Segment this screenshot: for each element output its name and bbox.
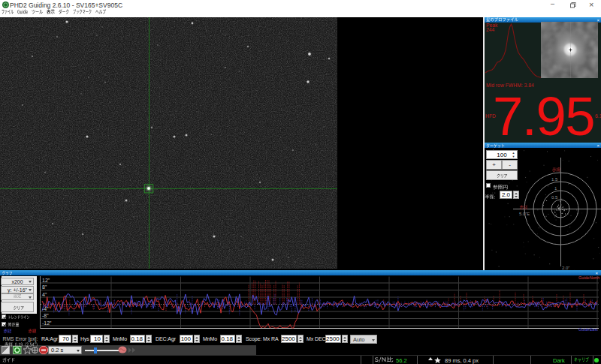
svg-text:1.5: 1.5 — [551, 177, 558, 182]
svg-text:1: 1 — [554, 186, 557, 191]
svg-text:0.5: 0.5 — [551, 195, 558, 200]
svg-text:5.0”E: 5.0”E — [519, 212, 530, 216]
